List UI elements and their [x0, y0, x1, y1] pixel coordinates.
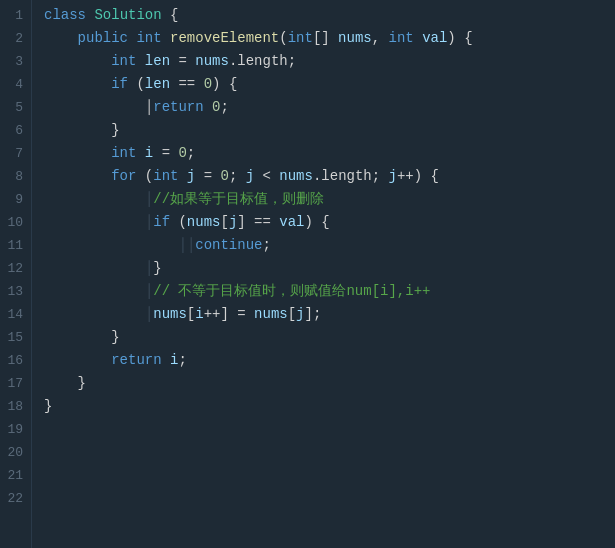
line-number: 14	[7, 303, 23, 326]
code-editor: 12345678910111213141516171819202122 clas…	[0, 0, 615, 548]
code-line	[44, 487, 615, 510]
line-number: 8	[15, 165, 23, 188]
code-line: │nums[i++] = nums[j];	[44, 303, 615, 326]
code-line: return i;	[44, 349, 615, 372]
code-line: int len = nums.length;	[44, 50, 615, 73]
code-line	[44, 441, 615, 464]
line-number: 18	[7, 395, 23, 418]
code-line: }	[44, 119, 615, 142]
code-line: }	[44, 326, 615, 349]
line-number: 10	[7, 211, 23, 234]
line-numbers: 12345678910111213141516171819202122	[0, 0, 32, 548]
code-line: │if (nums[j] == val) {	[44, 211, 615, 234]
line-number: 1	[15, 4, 23, 27]
code-lines: class Solution { public int removeElemen…	[32, 0, 615, 548]
code-content: 12345678910111213141516171819202122 clas…	[0, 0, 615, 548]
line-number: 16	[7, 349, 23, 372]
code-line	[44, 464, 615, 487]
code-line: │// 不等于目标值时，则赋值给num[i],i++	[44, 280, 615, 303]
code-line: class Solution {	[44, 4, 615, 27]
code-line: }	[44, 395, 615, 418]
code-line	[44, 418, 615, 441]
line-number: 20	[7, 441, 23, 464]
code-line: ││continue;	[44, 234, 615, 257]
line-number: 22	[7, 487, 23, 510]
line-number: 15	[7, 326, 23, 349]
line-number: 4	[15, 73, 23, 96]
line-number: 17	[7, 372, 23, 395]
code-line: public int removeElement(int[] nums, int…	[44, 27, 615, 50]
line-number: 2	[15, 27, 23, 50]
line-number: 6	[15, 119, 23, 142]
code-line: │//如果等于目标值，则删除	[44, 188, 615, 211]
line-number: 9	[15, 188, 23, 211]
code-line: │return 0;	[44, 96, 615, 119]
line-number: 5	[15, 96, 23, 119]
code-line: int i = 0;	[44, 142, 615, 165]
line-number: 19	[7, 418, 23, 441]
line-number: 3	[15, 50, 23, 73]
line-number: 12	[7, 257, 23, 280]
line-number: 11	[7, 234, 23, 257]
line-number: 21	[7, 464, 23, 487]
line-number: 7	[15, 142, 23, 165]
code-line: }	[44, 372, 615, 395]
line-number: 13	[7, 280, 23, 303]
code-line: if (len == 0) {	[44, 73, 615, 96]
code-line: │}	[44, 257, 615, 280]
code-line: for (int j = 0; j < nums.length; j++) {	[44, 165, 615, 188]
